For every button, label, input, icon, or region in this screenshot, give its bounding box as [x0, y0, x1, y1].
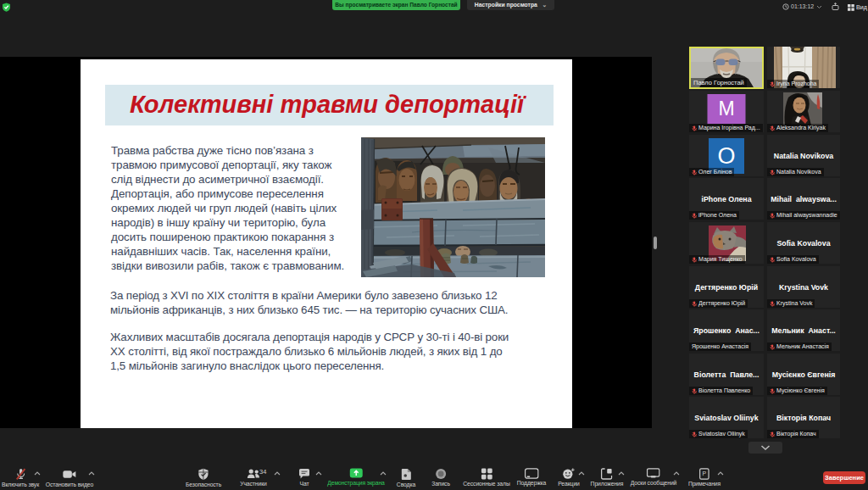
svg-text:P: P: [703, 471, 707, 476]
